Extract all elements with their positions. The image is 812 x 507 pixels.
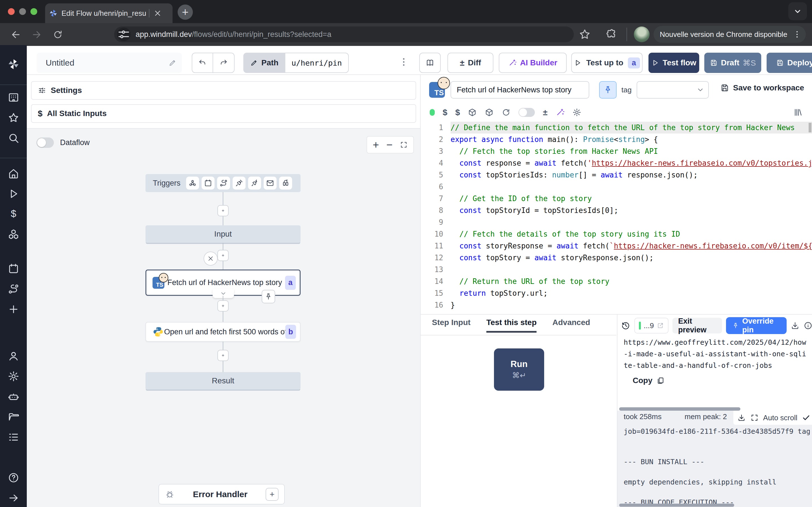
forward-icon[interactable] xyxy=(31,29,42,40)
job-id-chip[interactable]: ...9 xyxy=(635,318,668,334)
code-line[interactable]: 14 // Return the URL of the top story xyxy=(421,276,812,287)
sidebar-item-runs[interactable] xyxy=(0,184,27,204)
download-logs-icon[interactable] xyxy=(737,413,746,422)
minimize-window-button[interactable] xyxy=(19,8,26,15)
test-up-to-button[interactable]: Test up toa xyxy=(571,53,643,73)
sidebar-item-resources[interactable] xyxy=(0,224,27,244)
code-line[interactable]: 13 xyxy=(421,264,812,276)
code-line[interactable]: 3 // Fetch the top stories from Hacker N… xyxy=(421,145,812,157)
profile-avatar[interactable] xyxy=(634,26,650,42)
triggers-bar[interactable]: Triggers xyxy=(146,174,301,192)
run-button[interactable]: Run ⌘↵ xyxy=(494,348,544,391)
status-dot[interactable] xyxy=(430,109,435,116)
code-line[interactable]: 7 // Get the ID of the top story xyxy=(421,193,812,205)
flow-settings-row[interactable]: Settings xyxy=(31,81,416,100)
code-line[interactable]: 8 const topStoryId = topStoriesIds[0]; xyxy=(421,205,812,216)
editor-scrollbar[interactable] xyxy=(809,123,811,132)
sidebar-item-settings[interactable] xyxy=(0,366,27,386)
static-inputs-row[interactable]: $ All Static Inputs xyxy=(31,104,416,123)
maximize-window-button[interactable] xyxy=(31,8,37,15)
exit-preview-button[interactable]: Exit preview xyxy=(672,318,722,334)
history-icon[interactable] xyxy=(621,321,630,330)
trigger-watch-button[interactable] xyxy=(279,177,292,189)
editor-settings-icon[interactable] xyxy=(572,108,581,117)
code-editor[interactable]: 1// Define the main function to fetch th… xyxy=(421,122,812,314)
code-line[interactable]: 2export async function main(): Promise<s… xyxy=(421,133,812,145)
zoom-in-button[interactable]: + xyxy=(373,139,379,151)
chrome-update-chip[interactable]: Nouvelle version de Chrome disponible xyxy=(654,26,806,43)
save-to-workspace-button[interactable]: Save to workspace xyxy=(720,83,804,93)
external-link-icon[interactable] xyxy=(657,322,664,329)
package-icon[interactable] xyxy=(485,108,494,117)
result-url[interactable]: https://www.geoffreylitt.com/2025/04/12/… xyxy=(624,337,808,371)
code-line[interactable]: 11 const storyResponse = await fetch(`ht… xyxy=(421,240,812,252)
tab-search-button[interactable] xyxy=(788,2,807,20)
address-bar[interactable]: app.windmill.dev/flows/edit/u/henri/pin_… xyxy=(114,26,574,42)
sidebar-item-collapse[interactable] xyxy=(0,488,27,507)
site-info-icon[interactable] xyxy=(117,27,131,41)
input-node[interactable]: Input xyxy=(146,225,301,243)
add-error-handler-button[interactable]: + xyxy=(266,488,278,501)
code-line[interactable]: 16} xyxy=(421,299,812,311)
undo-button[interactable] xyxy=(192,53,213,73)
result-node[interactable]: Result xyxy=(146,372,301,390)
deploy-button[interactable]: Deploy xyxy=(767,53,812,73)
plusminus-icon[interactable]: ± xyxy=(543,108,547,117)
dataflow-toggle[interactable] xyxy=(36,137,54,148)
path-field[interactable]: Path u/henri/pin xyxy=(243,53,349,73)
tab-test-this-step[interactable]: Test this step xyxy=(486,318,537,333)
trigger-http-route-button[interactable] xyxy=(217,177,230,189)
draft-button[interactable]: Draft⌘S xyxy=(704,53,761,73)
flow-name-field[interactable]: Untitled xyxy=(37,53,182,73)
trigger-email-button[interactable] xyxy=(264,177,276,189)
pin-preview-button[interactable] xyxy=(599,81,617,99)
remove-step-button[interactable] xyxy=(204,251,218,266)
trigger-webhook-button[interactable] xyxy=(186,177,199,189)
add-step-button[interactable]: + xyxy=(217,205,229,216)
docs-button[interactable] xyxy=(419,53,441,73)
auto-scroll-check-icon[interactable] xyxy=(802,413,810,422)
close-window-button[interactable] xyxy=(8,8,15,15)
reload-icon[interactable] xyxy=(502,108,511,117)
collapse-node-button[interactable] xyxy=(213,289,234,298)
sidebar-item-flows-route[interactable] xyxy=(0,279,27,299)
browser-tab[interactable]: Edit Flow u/henri/pin_results xyxy=(45,3,172,23)
error-handler-node[interactable]: Error Handler + xyxy=(158,484,285,504)
more-options-icon[interactable] xyxy=(398,56,409,68)
tag-select[interactable] xyxy=(637,81,709,99)
pin-node-button[interactable] xyxy=(262,290,275,303)
sidebar-item-user[interactable] xyxy=(0,346,27,366)
code-line[interactable]: 15 return topStory.url; xyxy=(421,287,812,299)
back-icon[interactable] xyxy=(10,29,21,40)
sidebar-item-workers[interactable] xyxy=(0,386,27,407)
variables-icon[interactable]: $ xyxy=(443,108,448,117)
sidebar-item-home[interactable] xyxy=(0,163,27,184)
tab-close-icon[interactable] xyxy=(154,10,161,17)
tab-advanced[interactable]: Advanced xyxy=(552,318,590,333)
bookmark-star-icon[interactable] xyxy=(578,28,591,41)
step-node-b[interactable]: Open url and fetch first 500 words of ..… xyxy=(146,322,301,342)
extensions-icon[interactable] xyxy=(605,28,617,41)
windmill-logo[interactable] xyxy=(0,54,27,74)
step-name-input[interactable] xyxy=(451,81,589,99)
diff-button[interactable]: ±Diff xyxy=(448,53,493,73)
package-icon[interactable] xyxy=(468,108,477,117)
diff-toggle[interactable] xyxy=(518,108,535,117)
test-flow-button[interactable]: Test flow xyxy=(649,53,699,73)
log-output[interactable]: job=019634fd-e186-211f-5364-d3e4385d57f9… xyxy=(624,427,810,507)
sidebar-item-schedules[interactable] xyxy=(0,259,27,279)
add-step-button[interactable]: + xyxy=(217,300,229,312)
result-scrollbar[interactable] xyxy=(619,407,741,411)
browser-menu-icon[interactable] xyxy=(792,30,802,39)
expand-logs-icon[interactable] xyxy=(750,413,759,422)
fit-view-icon[interactable] xyxy=(400,141,408,149)
sidebar-item-variables[interactable]: $ xyxy=(0,204,27,224)
ai-builder-button[interactable]: AI Builder xyxy=(499,53,567,73)
code-line[interactable]: 4 const response = await fetch('https://… xyxy=(421,157,812,169)
log-scrollbar[interactable] xyxy=(619,504,734,507)
code-line[interactable]: 1// Define the main function to fetch th… xyxy=(421,122,812,133)
code-line[interactable]: 12 const topStory = await storyResponse.… xyxy=(421,252,812,264)
contextvar-icon[interactable]: $ xyxy=(455,108,460,117)
tab-step-input[interactable]: Step Input xyxy=(432,318,470,333)
trigger-websocket-button[interactable] xyxy=(233,177,246,189)
